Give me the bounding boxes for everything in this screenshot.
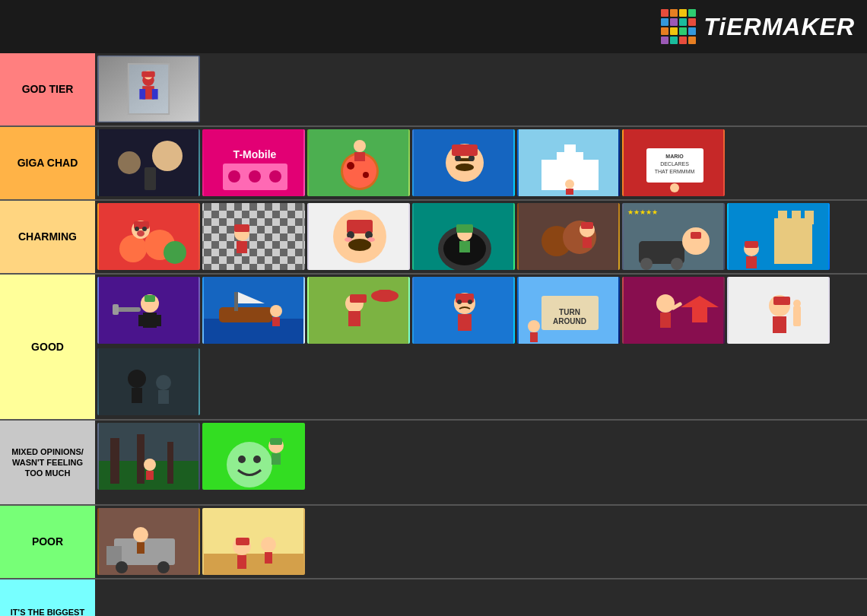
svg-point-84: [640, 258, 653, 270]
list-item[interactable]: [202, 423, 305, 490]
list-item[interactable]: [412, 129, 515, 196]
tier-row-good: GOOD: [0, 275, 867, 421]
svg-point-47: [164, 241, 186, 264]
svg-point-22: [363, 172, 369, 178]
svg-text:AROUND: AROUND: [553, 317, 586, 325]
list-item[interactable]: [412, 203, 515, 270]
svg-rect-94: [746, 256, 757, 268]
svg-rect-170: [237, 555, 246, 569]
list-item[interactable]: ★★★★★: [622, 203, 725, 270]
svg-rect-119: [458, 314, 472, 331]
list-item[interactable]: [97, 129, 200, 196]
list-item[interactable]: [202, 203, 305, 270]
svg-text:TURN: TURN: [559, 308, 580, 316]
list-item[interactable]: [97, 348, 200, 415]
svg-rect-149: [137, 434, 144, 484]
svg-point-43: [670, 183, 679, 192]
tier-row-mixed: MIXED OPINIONS/ WASN'T FEELING TOO MUCH: [0, 421, 867, 506]
svg-point-68: [367, 237, 375, 242]
svg-text:MARIO: MARIO: [665, 154, 684, 159]
svg-point-154: [227, 442, 272, 487]
list-item[interactable]: [307, 129, 410, 196]
svg-point-28: [456, 164, 474, 171]
tier-label-mixed: MIXED OPINIONS/ WASN'T FEELING TOO MUCH: [0, 421, 95, 504]
svg-point-30: [468, 155, 475, 161]
svg-rect-136: [773, 316, 786, 333]
list-item[interactable]: [307, 277, 410, 344]
svg-point-21: [347, 162, 354, 170]
list-item[interactable]: [97, 277, 200, 344]
list-item[interactable]: [97, 56, 200, 122]
list-item[interactable]: [517, 203, 620, 270]
svg-point-36: [565, 179, 574, 189]
svg-rect-7: [141, 71, 154, 78]
list-item[interactable]: [97, 203, 200, 270]
list-item[interactable]: [202, 508, 305, 575]
svg-rect-158: [272, 453, 281, 465]
list-item[interactable]: [202, 277, 305, 344]
list-item[interactable]: [727, 277, 830, 344]
svg-rect-131: [660, 313, 671, 328]
tier-label-poor: POOR: [0, 506, 95, 578]
svg-rect-107: [234, 292, 238, 311]
tiermaker-logo: TiERMAKER: [661, 9, 855, 44]
svg-point-52: [137, 230, 144, 237]
svg-rect-73: [459, 241, 470, 252]
list-item[interactable]: [97, 423, 200, 490]
svg-rect-141: [99, 348, 198, 415]
tier-label-gigachad: GIGA CHAD: [0, 127, 95, 199]
tier-items-mixed: [95, 421, 867, 504]
svg-rect-74: [456, 224, 473, 233]
svg-point-86: [682, 227, 710, 255]
svg-rect-37: [566, 189, 573, 195]
svg-point-122: [468, 300, 472, 304]
list-item[interactable]: [412, 277, 515, 344]
tier-label-charming: CHARMING: [0, 201, 95, 273]
list-item[interactable]: T-Mobile: [202, 129, 305, 196]
svg-rect-166: [137, 542, 144, 554]
svg-point-172: [261, 537, 276, 552]
list-item[interactable]: [727, 203, 830, 270]
svg-rect-5: [152, 89, 158, 100]
list-item[interactable]: [97, 508, 200, 575]
list-item[interactable]: TURN AROUND: [517, 277, 620, 344]
tier-items-poor: [95, 506, 867, 578]
svg-point-23: [354, 140, 366, 152]
svg-point-15: [228, 170, 240, 183]
tier-items-gigachad: T-Mobile: [95, 127, 867, 199]
list-item[interactable]: MARIO DECLARES THAT ERMMMM: [622, 129, 725, 196]
svg-point-155: [238, 456, 246, 463]
tier-items-good: TURN AROUND: [95, 275, 867, 419]
svg-rect-159: [270, 438, 282, 445]
svg-point-151: [144, 459, 156, 471]
svg-rect-150: [167, 442, 173, 484]
list-item[interactable]: [307, 203, 410, 270]
svg-point-9: [118, 151, 141, 174]
svg-rect-95: [745, 241, 758, 248]
tier-label-god: GOD TIER: [0, 53, 95, 125]
svg-rect-60: [234, 224, 249, 232]
logo-title: TiERMAKER: [703, 13, 855, 41]
svg-rect-103: [113, 304, 119, 315]
svg-rect-80: [581, 222, 593, 229]
svg-point-51: [142, 227, 147, 231]
tier-items-dogshit: [95, 579, 867, 616]
svg-text:★★★★★: ★★★★★: [627, 208, 658, 216]
tier-row-poor: POOR: [0, 506, 867, 579]
svg-rect-35: [564, 144, 576, 156]
svg-rect-59: [237, 241, 247, 253]
svg-point-165: [133, 527, 148, 542]
svg-rect-128: [530, 332, 538, 342]
svg-text:THAT ERMMMM: THAT ERMMMM: [655, 169, 695, 174]
svg-rect-145: [158, 390, 169, 404]
svg-rect-143: [132, 388, 142, 403]
tier-row-dogshit: IT'S THE BIGGEST PIECE OF DOGSHIT: [0, 579, 867, 616]
tier-row-charming: CHARMING: [0, 201, 867, 275]
svg-point-29: [455, 155, 461, 161]
svg-rect-99: [138, 315, 146, 326]
list-item[interactable]: [622, 277, 725, 344]
svg-point-130: [656, 294, 675, 313]
svg-point-127: [528, 320, 540, 332]
list-item[interactable]: [517, 129, 620, 196]
svg-point-121: [457, 300, 462, 304]
